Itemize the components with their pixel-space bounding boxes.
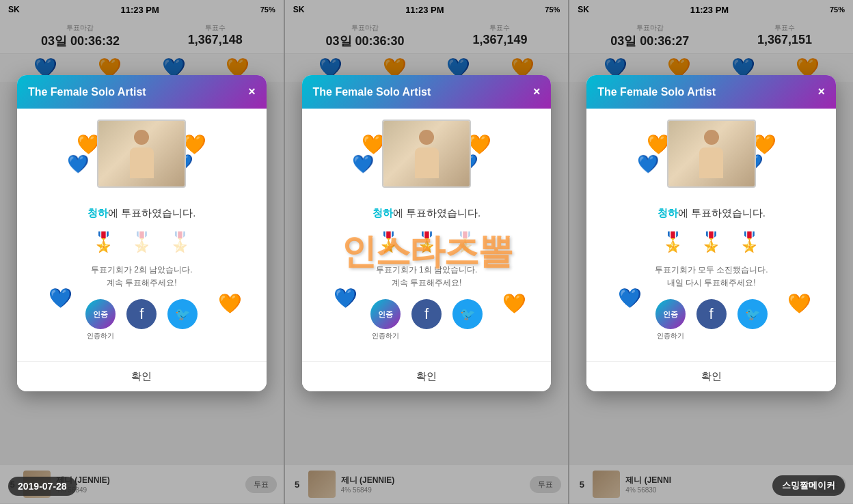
badge-2-3: 🎖️ [452,229,477,254]
vote-suffix-1: 에 투표하였습니다. [108,207,195,219]
artist-image-2 [382,120,471,188]
modal-header-1: The Female Solo Artist × [17,75,267,109]
artist-name-1: 청하 [87,207,108,219]
scatter-blue-2: 💙 [334,287,357,309]
auth-icon-2: 인증 [370,299,401,329]
auth-label-3: 인증하기 [657,331,684,341]
vote-remaining-3: 투표기회가 모두 소진됐습니다. 내일 다시 투표해주세요! [655,264,768,290]
float-orange-right-2: 🧡 [468,133,491,156]
share-facebook-3[interactable]: f [696,299,727,341]
float-blue-left-2: 💙 [352,154,374,175]
facebook-icon-2: f [411,299,442,329]
share-facebook-1[interactable]: f [126,299,157,341]
share-row-1: 💙 🧡 인증 인증하기 f 🐦 [28,299,256,341]
modal-overlay-3: The Female Solo Artist × 🧡 💙 🧡 💙 [569,0,853,504]
modal-header-3: The Female Solo Artist × [586,75,836,109]
share-twitter-2[interactable]: 🐦 [452,299,483,341]
vote-text-1: 청하에 투표하였습니다. [87,207,195,220]
badge-1-active: 🎖️ [91,229,116,254]
twitter-icon-3: 🐦 [737,299,768,329]
modal-2: The Female Solo Artist × 🧡 💙 🧡 💙 [302,75,552,391]
badges-row-2: 🎖️ 🎖️ 🎖️ [376,229,477,254]
modal-close-3[interactable]: × [818,85,826,99]
share-auth-2[interactable]: 인증 인증하기 [370,299,401,341]
artist-image-1 [97,120,186,188]
share-facebook-2[interactable]: f [411,299,442,341]
badge-3-2: 🎖️ [699,229,724,254]
share-auth-3[interactable]: 인증 인증하기 [655,299,686,341]
modal-title-3: The Female Solo Artist [597,86,716,98]
float-orange-right-1: 🧡 [182,133,206,156]
facebook-icon-1: f [126,299,157,329]
confirm-btn-3[interactable]: 확인 [586,361,836,391]
float-orange-right-3: 🧡 [753,133,776,156]
badge-3-inactive: 🎖️ [167,229,192,254]
badge-2-inactive: 🎖️ [129,229,154,254]
float-blue-left-1: 💙 [67,154,89,175]
scatter-orange-1b: 🧡 [218,292,242,315]
auth-label-2: 인증하기 [372,331,399,341]
modal-title-1: The Female Solo Artist [28,86,146,98]
float-blue-left-3: 💙 [637,154,659,175]
app-container: SK 11:23 PM 75% 투표마감 03일 00:36:32 투표수 1,… [0,0,853,504]
phone-panel-1: SK 11:23 PM 75% 투표마감 03일 00:36:32 투표수 1,… [0,0,284,504]
artist-name-3: 청하 [658,207,678,219]
badge-3-3: 🎖️ [737,229,762,254]
date-badge: 2019-07-28 [8,477,77,496]
confirm-btn-2[interactable]: 확인 [302,361,552,391]
auth-icon-3: 인증 [655,299,686,329]
modal-close-2[interactable]: × [533,85,541,99]
share-row-3: 💙 🧡 인증 인증하기 f 🐦 [597,299,825,341]
confirm-btn-1[interactable]: 확인 [17,361,267,391]
badges-row-3: 🎖️ 🎖️ 🎖️ [661,229,762,254]
modal-body-3: 🧡 💙 🧡 💙 [586,109,836,361]
twitter-icon-2: 🐦 [452,299,483,329]
share-row-2: 💙 🧡 인증 인증하기 f 🐦 [313,299,541,341]
scatter-blue-1: 💙 [49,287,72,309]
auth-icon-1: 인증 [85,299,116,329]
modal-close-1[interactable]: × [248,85,256,99]
badge-2-2: 🎖️ [414,229,439,254]
vote-text-2: 청하에 투표하였습니다. [373,207,480,220]
vote-remaining-1: 투표기회가 2회 남았습니다. 계속 투표해주세요! [91,264,193,290]
badges-row-1: 🎖️ 🎖️ 🎖️ [91,229,192,254]
share-twitter-1[interactable]: 🐦 [167,299,198,341]
phone-panel-2: SK 11:23 PM 75% 투표마감 03일 00:36:30 투표수 1,… [285,0,569,504]
modal-overlay-2: The Female Solo Artist × 🧡 💙 🧡 💙 [285,0,569,504]
vote-suffix-3: 에 투표하였습니다. [678,207,766,219]
share-auth-1[interactable]: 인증 인증하기 [85,299,116,341]
artist-name-2: 청하 [373,207,393,219]
modal-body-2: 🧡 💙 🧡 💙 [302,109,552,361]
modal-3: The Female Solo Artist × 🧡 💙 🧡 💙 [586,75,836,391]
vote-remaining-2: 투표기회가 1회 남았습니다. 계속 투표해주세요! [376,264,478,290]
badge-2-1: 🎖️ [376,229,401,254]
vote-suffix-2: 에 투표하였습니다. [393,207,480,219]
facebook-icon-3: f [696,299,727,329]
modal-header-2: The Female Solo Artist × [302,75,552,109]
modal-1: The Female Solo Artist × 🧡 💙 🧡 💙 [17,75,267,391]
scatter-orange-2b: 🧡 [502,292,526,315]
modal-body-1: 🧡 💙 🧡 💙 [17,109,267,361]
share-twitter-3[interactable]: 🐦 [737,299,768,341]
auth-label-1: 인증하기 [87,331,114,341]
vote-text-3: 청하에 투표하였습니다. [658,207,766,220]
phone-panel-3: SK 11:23 PM 75% 투표마감 03일 00:36:27 투표수 1,… [569,0,853,504]
app-name-badge: 스밍짤메이커 [772,475,845,496]
twitter-icon-1: 🐦 [167,299,198,329]
modal-title-2: The Female Solo Artist [313,86,431,98]
modal-overlay-1: The Female Solo Artist × 🧡 💙 🧡 💙 [0,0,284,504]
badge-3-1: 🎖️ [661,229,686,254]
scatter-orange-3b: 🧡 [787,292,811,315]
artist-image-3 [667,120,756,188]
scatter-blue-3: 💙 [618,287,642,309]
